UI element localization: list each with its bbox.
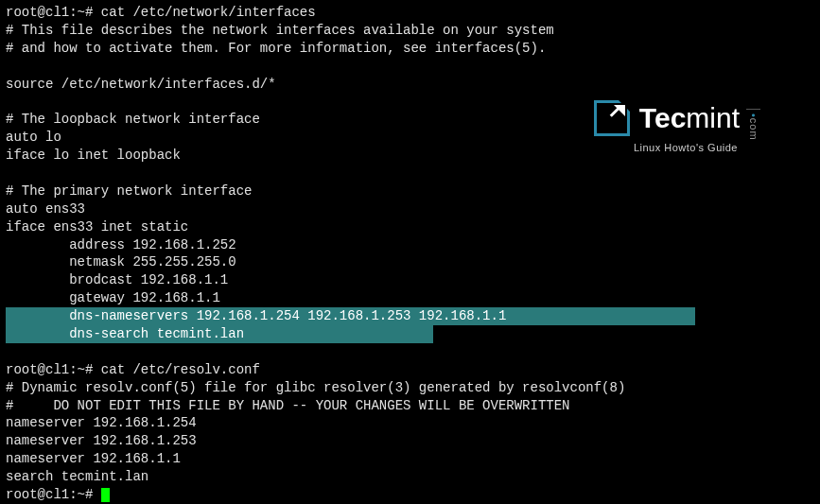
output-line: nameserver 192.168.1.1: [6, 450, 814, 468]
command-line-1: root@cl1:~# cat /etc/network/interfaces: [6, 4, 814, 22]
logo-tagline: Linux Howto's Guide: [634, 141, 738, 155]
logo-tld: •com: [746, 109, 760, 141]
command-line-2: root@cl1:~# cat /etc/resolv.conf: [6, 361, 814, 379]
highlighted-dns-line: dns-search tecmint.lan: [6, 325, 433, 343]
logo-main: Tecmint •com: [594, 99, 740, 138]
output-line: # and how to activate them. For more inf…: [6, 40, 814, 58]
output-line: # Dynamic resolv.conf(5) file for glibc …: [6, 379, 814, 397]
logo-brand-text: Tecmint: [639, 99, 740, 138]
shell-prompt: root@cl1:~#: [6, 5, 101, 20]
command-line-3: root@cl1:~#: [6, 486, 814, 504]
logo-icon: [594, 100, 630, 136]
output-line: nameserver 192.168.1.254: [6, 414, 814, 432]
output-line: netmask 255.255.255.0: [6, 253, 814, 271]
highlighted-dns-line: dns-nameservers 192.168.1.254 192.168.1.…: [6, 307, 695, 325]
command-text: cat /etc/network/interfaces: [101, 5, 316, 20]
terminal-output[interactable]: root@cl1:~# cat /etc/network/interfaces …: [6, 4, 814, 504]
tecmint-logo: Tecmint •com Linux Howto's Guide: [594, 99, 740, 154]
cursor: [101, 488, 110, 502]
output-line: source /etc/network/interfaces.d/*: [6, 76, 814, 94]
output-line: # This file describes the network interf…: [6, 22, 814, 40]
output-line: # The primary network interface: [6, 182, 814, 200]
output-line: auto ens33: [6, 200, 814, 218]
output-line: [6, 343, 814, 361]
output-line: iface ens33 inet static: [6, 218, 814, 236]
output-line: search tecmint.lan: [6, 468, 814, 486]
shell-prompt: root@cl1:~#: [6, 362, 101, 377]
output-line: gateway 192.168.1.1: [6, 289, 814, 307]
output-line: [6, 58, 814, 76]
output-line: nameserver 192.168.1.253: [6, 432, 814, 450]
shell-prompt: root@cl1:~#: [6, 487, 101, 502]
output-line: [6, 165, 814, 182]
command-text: cat /etc/resolv.conf: [101, 362, 260, 377]
output-line: # DO NOT EDIT THIS FILE BY HAND -- YOUR …: [6, 397, 814, 415]
output-line: brodcast 192.168.1.1: [6, 271, 814, 289]
output-line: address 192.168.1.252: [6, 236, 814, 254]
